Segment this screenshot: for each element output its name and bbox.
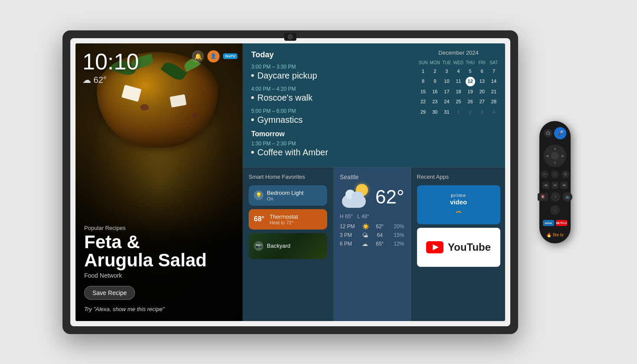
right-panel: Today 3:00 PM – 3:30 PM Daycare pickup 4… <box>243 43 505 321</box>
cal-day[interactable]: 3 <box>476 108 487 117</box>
cal-day[interactable]: 21 <box>488 87 499 96</box>
prime-shortcut-button[interactable]: prime <box>543 220 554 226</box>
cal-day[interactable]: 19 <box>465 87 476 96</box>
feta-cheese <box>170 94 187 108</box>
bullet <box>251 74 254 77</box>
weather-city: Seattle <box>340 174 404 180</box>
tomorrow-label: Tomorrow <box>251 130 402 138</box>
youtube-app[interactable]: YouTube <box>417 228 500 267</box>
cal-header-mon: MON <box>430 59 440 66</box>
prime-video-app[interactable]: prime video ⌢ <box>417 185 500 224</box>
cal-day[interactable]: 8 <box>418 77 429 86</box>
forecast-icon: ☀️ <box>362 223 371 230</box>
cal-day[interactable]: 9 <box>430 77 440 86</box>
tv-inner-frame: 10:10 ☁ 62° 🔔 👤 fireTV Popular Recipes F… <box>70 38 510 326</box>
cal-day[interactable]: 18 <box>453 87 464 96</box>
menu-button[interactable]: ☰ <box>561 171 569 178</box>
recipe-panel: 10:10 ☁ 62° 🔔 👤 fireTV Popular Recipes F… <box>76 43 243 321</box>
cal-day[interactable]: 29 <box>418 108 429 117</box>
volume-down-button[interactable]: − <box>550 205 560 215</box>
schedule-time-2: 4:00 PM – 4:20 PM <box>251 86 402 92</box>
cal-day[interactable]: 15 <box>418 87 429 96</box>
cal-day[interactable]: 20 <box>476 87 487 96</box>
volume-up-button[interactable]: + <box>551 192 560 202</box>
cal-day[interactable]: 5 <box>465 67 476 76</box>
recipe-content: Popular Recipes Feta &Arugula Salad Food… <box>76 216 243 321</box>
cal-day[interactable]: 14 <box>488 77 499 86</box>
tv-button[interactable]: 📺 <box>563 192 572 202</box>
netflix-shortcut-button[interactable]: NETFLIX <box>556 220 567 226</box>
bedroom-light-device[interactable]: 💡 Bedroom Light On <box>249 185 327 206</box>
cal-day[interactable]: 31 <box>441 108 452 117</box>
cal-day[interactable]: 23 <box>430 97 440 106</box>
volume-down-row: − <box>538 205 572 215</box>
nav-ring[interactable]: ▲ ▼ ◀ ▶ <box>544 144 566 167</box>
backyard-overlay: 📷 Backyard <box>249 233 327 259</box>
cal-day[interactable]: 7 <box>488 67 499 76</box>
schedule-event-t1: Coffee with Amber <box>251 148 402 157</box>
bullet <box>251 151 254 154</box>
cal-day[interactable]: 1 <box>418 67 429 76</box>
schedule-item-tomorrow-1: 1:30 PM – 2:30 PM Coffee with Amber <box>251 141 402 157</box>
remote-control: ⏻ 🎤 ▲ ▼ ◀ ▶ ↩ ⌂ ☰ ⏮ ⏯ ⏭ 🔇 <box>535 121 575 243</box>
tv-screen: 10:10 ☁ 62° 🔔 👤 fireTV Popular Recipes F… <box>76 43 505 321</box>
schedule-item-1: 3:00 PM – 3:30 PM Daycare pickup <box>251 64 402 81</box>
backyard-camera-device[interactable]: 📷 Backyard <box>249 233 327 259</box>
play-pause-button[interactable]: ⏯ <box>552 182 558 189</box>
walnut <box>192 113 200 119</box>
thermostat-temp: 68° <box>254 215 264 223</box>
bullet <box>251 96 254 99</box>
cal-day[interactable]: 13 <box>476 77 487 86</box>
cal-day-today[interactable]: 12 <box>466 77 475 86</box>
nav-right-arrow: ▶ <box>561 154 564 157</box>
cal-day[interactable]: 30 <box>430 108 440 117</box>
cal-day[interactable]: 11 <box>453 77 464 86</box>
notification-icon[interactable]: 🔔 <box>192 50 204 62</box>
back-button[interactable]: ↩ <box>541 171 548 178</box>
cal-day[interactable]: 25 <box>453 97 464 106</box>
home-button[interactable]: ⌂ <box>551 171 559 178</box>
cal-header-fri: FRI <box>476 59 487 66</box>
cal-day[interactable]: 16 <box>430 87 440 96</box>
cal-header-sat: SAT <box>488 59 499 66</box>
user-avatar[interactable]: 👤 <box>207 50 220 62</box>
recipe-title: Feta &Arugula Salad <box>84 233 234 269</box>
weather-hi-lo: H 65° L 48° <box>340 213 404 220</box>
cal-day[interactable]: 28 <box>488 97 499 106</box>
smart-home-title: Smart Home Favorites <box>249 174 327 180</box>
fast-forward-button[interactable]: ⏭ <box>561 182 568 189</box>
cal-day[interactable]: 27 <box>476 97 487 106</box>
cal-day[interactable]: 2 <box>430 67 440 76</box>
device-name: Bedroom Light <box>267 190 322 196</box>
thermostat-device[interactable]: 68° Thermostat Heat to 72° <box>249 209 327 230</box>
power-button[interactable]: ⏻ <box>544 129 552 138</box>
rewind-button[interactable]: ⏮ <box>542 182 549 189</box>
cal-day[interactable]: 6 <box>476 67 487 76</box>
cal-day[interactable]: 22 <box>418 97 429 106</box>
volume-btn-row: 🔇 + 📺 <box>538 192 572 202</box>
schedule-section: Today 3:00 PM – 3:30 PM Daycare pickup 4… <box>243 43 505 167</box>
nav-up-arrow: ▲ <box>553 147 557 151</box>
mute-button[interactable]: 🔇 <box>538 193 548 201</box>
nav-select-button[interactable] <box>551 152 559 160</box>
device-info: Thermostat Heat to 72° <box>269 213 322 225</box>
firetv-badge: fireTV <box>223 53 237 59</box>
cal-day[interactable]: 24 <box>441 97 452 106</box>
microphone-button[interactable]: 🎤 <box>554 127 566 139</box>
leaf-decoration <box>160 59 187 82</box>
clock-weather: ☁ 62° <box>82 75 139 85</box>
cal-day[interactable]: 26 <box>465 97 476 106</box>
youtube-text: YouTube <box>448 241 491 253</box>
weather-temperature: 62° <box>375 186 404 208</box>
cal-day[interactable]: 10 <box>441 77 452 86</box>
cal-day[interactable]: 4 <box>488 108 499 117</box>
recipe-source: Food Network <box>84 272 234 279</box>
cal-day[interactable]: 1 <box>453 108 464 117</box>
cal-day[interactable]: 4 <box>453 67 464 76</box>
cal-day[interactable]: 17 <box>441 87 452 96</box>
save-recipe-button[interactable]: Save Recipe <box>84 286 135 300</box>
cal-day[interactable]: 3 <box>441 67 452 76</box>
calendar-widget: December 2024 SUN MON TUE WED THU FRI SA… <box>411 43 505 167</box>
cal-day[interactable]: 2 <box>465 108 476 117</box>
schedule-event-3: Gymnastics <box>251 115 402 125</box>
